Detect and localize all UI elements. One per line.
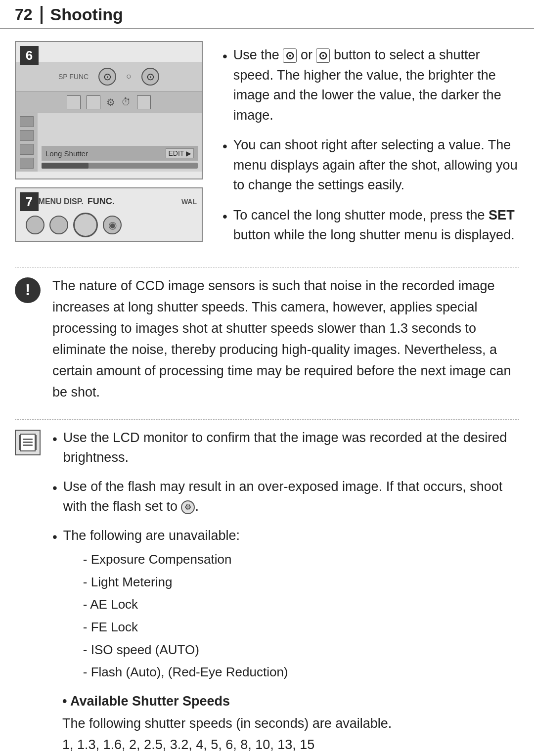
timer-icon: ⏱ <box>121 96 131 108</box>
left-icon-2 <box>20 130 34 141</box>
screen6-right-content: Long Shutter EDIT ▶ <box>38 113 202 172</box>
sub-item-3: - AE Lock <box>83 594 288 615</box>
dial-left-symbol: ⊙ <box>103 71 112 83</box>
wal-label: WAL <box>181 198 197 206</box>
notice-section: ! The nature of CCD image sensors is suc… <box>15 267 519 411</box>
bullet-dot-2: • <box>222 136 227 157</box>
flash-icon: ⚙ <box>181 500 195 514</box>
screen7-top-bar: SET MENU DISP. FUNC. WAL <box>21 196 197 207</box>
camera-screen-6: 6 SP FUNC ⊙ ○ ⊙ ⚙ ⏱ <box>15 41 203 179</box>
tips-bullet-dot-1: • <box>52 429 57 449</box>
sub-item-6: - Flash (Auto), (Red-Eye Reduction) <box>83 662 288 683</box>
shutter-bar: Long Shutter EDIT ▶ <box>42 146 198 161</box>
bullet-item-2: • You can shoot right after selecting a … <box>222 135 519 195</box>
page-header: 72 Shooting <box>0 0 534 29</box>
screen7-inner: SET MENU DISP. FUNC. WAL ◉ <box>16 188 202 244</box>
left-icon-4 <box>20 158 34 169</box>
circle-dot: ◉ <box>108 219 117 231</box>
sub-item-5: - ISO speed (AUTO) <box>83 640 288 661</box>
btn-circle-1 <box>26 216 44 234</box>
edit-label: EDIT ▶ <box>166 148 194 158</box>
speeds-values: 1, 1.3, 1.6, 2, 2.5, 3.2, 4, 5, 6, 8, 10… <box>62 734 519 756</box>
bullet-dot-3: • <box>222 206 227 227</box>
tips-content: • Use the LCD monitor to confirm that th… <box>52 428 519 756</box>
screen6-middle: Long Shutter EDIT ▶ <box>16 113 202 172</box>
speeds-title-text: Available Shutter Speeds <box>70 694 230 709</box>
tips-text-2: Use of the flash may result in an over-e… <box>63 477 519 517</box>
left-icons-column <box>16 113 38 172</box>
bullets-column: • Use the ⊙ or ⊙ button to select a shut… <box>222 41 519 255</box>
sub-item-4: - FE Lock <box>83 617 288 638</box>
notice-icon: ! <box>15 277 41 303</box>
left-icon-1 <box>20 116 34 127</box>
images-column: 6 SP FUNC ⊙ ○ ⊙ ⚙ ⏱ <box>15 41 203 242</box>
dial-left: ⊙ <box>98 68 116 86</box>
tips-bullet-3: • The following are unavailable: - Expos… <box>52 526 519 685</box>
btn-circle-2 <box>49 216 68 234</box>
dial-right-symbol: ⊙ <box>146 71 155 83</box>
notice-exclamation: ! <box>25 281 31 299</box>
icon-box-2 <box>87 95 100 109</box>
tips-bullet-1: • Use the LCD monitor to confirm that th… <box>52 428 519 468</box>
sub-item-1: - Exposure Compensation <box>83 549 288 570</box>
dial-right: ⊙ <box>141 68 159 86</box>
progress-fill <box>42 163 89 169</box>
step-badge-6: 6 <box>20 46 39 65</box>
progress-bar <box>42 163 198 169</box>
step-section: 6 SP FUNC ⊙ ○ ⊙ ⚙ ⏱ <box>15 41 519 255</box>
bullet-text-3: To cancel the long shutter mode, press t… <box>233 205 519 245</box>
page-title: Shooting <box>50 5 123 24</box>
screen6-icons-row: ⚙ ⏱ <box>16 91 202 113</box>
tips-section: • Use the LCD monitor to confirm that th… <box>15 419 519 756</box>
tips-text-3-wrapper: The following are unavailable: - Exposur… <box>63 526 288 685</box>
tips-bullet-dot-3: • <box>52 527 57 547</box>
tips-bullet-2: • Use of the flash may result in an over… <box>52 477 519 517</box>
btn-circle-large <box>73 213 98 237</box>
dial-separator: ○ <box>126 71 132 82</box>
func-label: FUNC. <box>88 196 115 207</box>
left-icon-3 <box>20 144 34 155</box>
speeds-title: • Available Shutter Speeds <box>62 694 519 709</box>
tips-icon <box>15 430 41 455</box>
screen6-top-row: SP FUNC ⊙ ○ ⊙ <box>16 62 202 91</box>
bullet-item-3: • To cancel the long shutter mode, press… <box>222 205 519 245</box>
btn-circle-3: ◉ <box>103 216 122 234</box>
page-number: 72 <box>15 5 33 24</box>
icon-box-3 <box>137 95 151 109</box>
step-badge-7: 7 <box>20 192 39 211</box>
camera-screen-7: 7 SET MENU DISP. FUNC. WAL ◉ <box>15 187 203 242</box>
shutter-label: Long Shutter <box>45 149 88 158</box>
gear-icon: ⚙ <box>106 96 115 108</box>
tips-text-1: Use the LCD monitor to confirm that the … <box>63 428 519 468</box>
speeds-title-bullet: • <box>62 694 70 709</box>
main-content: 6 SP FUNC ⊙ ○ ⊙ ⚙ ⏱ <box>0 41 534 756</box>
icon-box-1 <box>67 95 81 109</box>
sub-list: - Exposure Compensation - Light Metering… <box>83 549 288 683</box>
available-speeds-section: • Available Shutter Speeds The following… <box>52 694 519 756</box>
speeds-intro: The following shutter speeds (in seconds… <box>62 713 519 734</box>
sp-func-label: SP FUNC <box>58 73 89 81</box>
bullet-dot-1: • <box>222 46 227 67</box>
header-divider-icon <box>41 6 43 24</box>
notice-text: The nature of CCD image sensors is such … <box>52 275 519 403</box>
bullet-text-2: You can shoot right after selecting a va… <box>233 135 519 195</box>
screen7-buttons-row: ◉ <box>21 210 197 240</box>
bullet-text-1: Use the ⊙ or ⊙ button to select a shutte… <box>233 45 519 125</box>
bullet-item-1: • Use the ⊙ or ⊙ button to select a shut… <box>222 45 519 125</box>
tips-bullet-dot-2: • <box>52 478 57 498</box>
tips-text-3: The following are unavailable: <box>63 528 240 543</box>
sub-item-2: - Light Metering <box>83 572 288 593</box>
